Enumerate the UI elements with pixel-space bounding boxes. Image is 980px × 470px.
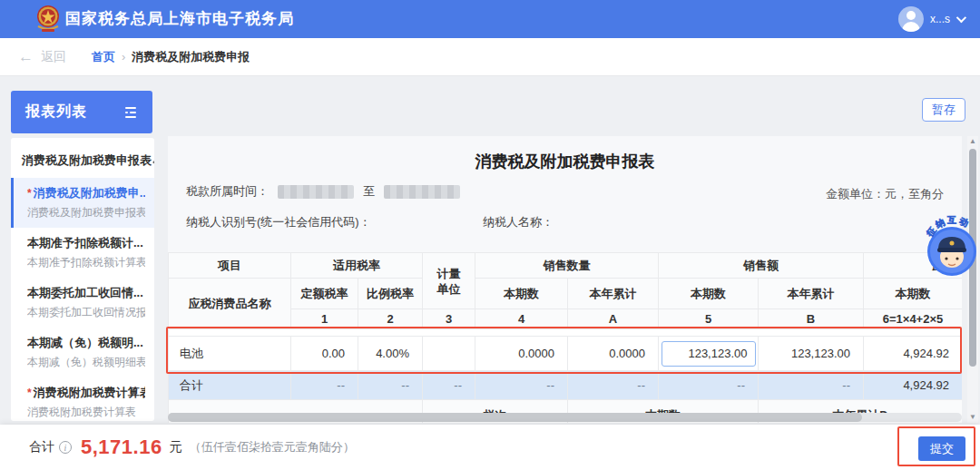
list-collapse-icon[interactable] bbox=[123, 106, 138, 119]
colnum-5: 5 bbox=[659, 309, 759, 329]
col-ratio-rate: 比例税率 bbox=[358, 279, 423, 309]
qty-current-cell: 0.0000 bbox=[475, 337, 568, 371]
declaration-table: 项目 适用税率 计量单位 销售数量 销售额 应纳 应税消费品名称 定额税率 比例… bbox=[168, 252, 962, 423]
col-amt-year: 本年累计 bbox=[759, 279, 864, 309]
breadcrumb-bar: ← 返回 首页 › 消费税及附加税费申报 bbox=[0, 38, 980, 76]
table-row-battery: 电池 0.00 4.00% 0.0000 0.0000 123,123.00 4… bbox=[169, 337, 963, 371]
sidebar-item-entrusted-processing[interactable]: 本期委托加工收回情... 本期委托加工收回情况报告书 bbox=[11, 278, 154, 328]
vertical-scrollbar[interactable]: ▲ ▼ bbox=[967, 136, 978, 423]
temp-save-button[interactable]: 暂存 bbox=[922, 98, 965, 122]
sidebar-item-tax-reduction[interactable]: 本期减（免）税额明... 本期减（免）税额明细表 bbox=[11, 328, 154, 377]
sidebar-item-label: 消费税及附加税费申... bbox=[34, 186, 145, 200]
chevron-down-icon[interactable] bbox=[956, 13, 966, 23]
col-unit: 计量单位 bbox=[423, 253, 475, 309]
caret-up-icon bbox=[152, 157, 154, 166]
colnum-3: 3 bbox=[423, 309, 475, 329]
sidebar-item-main-declaration[interactable]: *消费税及附加税费申... 消费税及附加税费申报表 bbox=[11, 178, 154, 228]
tax-period-label: 税款所属时间： bbox=[186, 183, 269, 200]
unit-cell bbox=[423, 337, 475, 371]
tax-period-to: 至 bbox=[363, 183, 375, 200]
col-qty-current: 本期数 bbox=[475, 279, 568, 309]
form-title: 消费税及附加税费申报表 bbox=[168, 151, 962, 172]
col-tax-current: 本期数 bbox=[864, 279, 963, 309]
sidebar-item-label: 本期委托加工收回情... bbox=[27, 286, 143, 299]
amount-unit-note: 金额单位：元，至角分 bbox=[826, 186, 944, 202]
user-avatar[interactable] bbox=[898, 6, 924, 32]
sidebar-item-sub: 消费税及附加税费申报表 bbox=[27, 205, 145, 220]
col-qty-year: 本年累计 bbox=[568, 279, 659, 309]
amt-year-cell: 123,123.00 bbox=[759, 337, 864, 371]
user-name: x...s bbox=[930, 13, 950, 25]
sales-amount-input[interactable] bbox=[662, 341, 756, 367]
breadcrumb-separator: › bbox=[122, 50, 125, 64]
report-list-title: 报表列表 bbox=[25, 103, 87, 122]
table-row-total: 合计 -- -- -- -- -- -- -- 4,924.92 bbox=[169, 371, 963, 400]
sidebar-item-sub: 本期委托加工收回情况报告书 bbox=[27, 305, 145, 320]
national-emblem-icon bbox=[34, 5, 62, 34]
ratio-rate-cell: 4.00% bbox=[358, 337, 423, 371]
sidebar-item-label: 本期准予扣除税额计... bbox=[27, 236, 143, 250]
col-item: 项目 bbox=[169, 253, 291, 279]
horizontal-scroll-thumb[interactable] bbox=[168, 413, 862, 422]
footer-total-label: 合计 bbox=[29, 439, 54, 455]
sidebar-item-label: 消费税附加税费计算表 bbox=[34, 386, 145, 399]
col-tax-payable: 应纳 bbox=[864, 253, 963, 279]
sidebar-item-label: 本期减（免）税额明... bbox=[27, 336, 143, 349]
col-fixed-rate: 定额税率 bbox=[291, 279, 358, 309]
footer-amount-in-words: （伍仟壹佰柒拾壹元壹角陆分） bbox=[190, 439, 355, 455]
colnum-2: 2 bbox=[358, 309, 423, 329]
person-icon bbox=[906, 11, 916, 20]
breadcrumb-home[interactable]: 首页 bbox=[92, 49, 115, 65]
tax-current-cell: 4,924.92 bbox=[864, 337, 963, 371]
footer-unit: 元 bbox=[170, 439, 182, 455]
goods-name-cell: 电池 bbox=[169, 337, 291, 371]
col-sales-amount: 销售额 bbox=[659, 253, 864, 279]
spacer-row bbox=[169, 329, 963, 337]
colnum-4: 4 bbox=[475, 309, 568, 329]
taxpayer-id-label: 纳税人识别号(统一社会信用代码)： bbox=[186, 214, 371, 230]
app-title: 国家税务总局上海市电子税务局 bbox=[65, 0, 294, 38]
back-arrow-icon[interactable]: ← bbox=[18, 48, 34, 66]
colnum-1: 1 bbox=[291, 309, 358, 329]
colnum-B: B bbox=[759, 309, 864, 329]
required-asterisk: * bbox=[27, 187, 32, 200]
sidebar-item-deduction-calc[interactable]: 本期准予扣除税额计... 本期准予扣除税额计算表 bbox=[11, 228, 154, 278]
sidebar-item-sub: 本期准予扣除税额计算表 bbox=[27, 255, 145, 270]
col-sales-qty: 销售数量 bbox=[475, 253, 659, 279]
report-group-label: 消费税及附加税费申报表 bbox=[22, 152, 152, 169]
sidebar-item-sub: 消费税附加税费计算表 bbox=[27, 405, 145, 420]
required-asterisk: * bbox=[27, 387, 32, 399]
back-button[interactable]: 返回 bbox=[41, 49, 66, 65]
col-applicable-rate: 适用税率 bbox=[291, 253, 423, 279]
col-taxable-goods-name: 应税消费品名称 bbox=[169, 279, 291, 329]
horizontal-scrollbar[interactable] bbox=[168, 413, 962, 422]
report-list-panel: 消费税及附加税费申报表 *消费税及附加税费申... 消费税及附加税费申报表 本期… bbox=[11, 138, 154, 421]
tax-period-start-redacted bbox=[278, 185, 354, 199]
sidebar-item-surcharge-calc[interactable]: *消费税附加税费计算表 消费税附加税费计算表 bbox=[11, 377, 154, 421]
tax-period-row: 税款所属时间： 至 bbox=[186, 183, 460, 200]
report-group-header[interactable]: 消费税及附加税费申报表 bbox=[11, 138, 154, 178]
scroll-down-icon[interactable]: ▼ bbox=[967, 412, 978, 423]
qty-year-cell: 0.0000 bbox=[568, 337, 659, 371]
colnum-6: 6=1×4+2×5 bbox=[864, 309, 963, 329]
vertical-scroll-thumb[interactable] bbox=[969, 149, 976, 367]
top-header-bar: 国家税务总局上海市电子税务局 x...s bbox=[0, 0, 980, 38]
submit-button[interactable]: 提交 bbox=[918, 436, 965, 461]
declaration-form-panel: 消费税及附加税费申报表 税款所属时间： 至 金额单位：元，至角分 纳税人识别号(… bbox=[168, 136, 962, 423]
user-menu[interactable]: x...s bbox=[898, 0, 964, 38]
report-list-header: 报表列表 bbox=[11, 91, 152, 133]
tax-period-end-redacted bbox=[384, 185, 460, 199]
app-root: 国家税务总局上海市电子税务局 x...s ← 返回 首页 › 消费税及附加税费申… bbox=[0, 0, 980, 470]
sidebar-item-sub: 本期减（免）税额明细表 bbox=[27, 355, 145, 370]
taxpayer-name-label: 纳税人名称： bbox=[483, 214, 554, 230]
info-icon[interactable]: i bbox=[59, 441, 72, 454]
scroll-up-icon[interactable]: ▲ bbox=[967, 136, 978, 147]
breadcrumb-current: 消费税及附加税费申报 bbox=[132, 49, 250, 65]
footer-total-amount: 5,171.16 bbox=[81, 436, 162, 459]
footer-bar: 合计 i 5,171.16 元 （伍仟壹佰柒拾壹元壹角陆分） bbox=[0, 425, 980, 470]
colnum-A: A bbox=[568, 309, 659, 329]
total-label-cell: 合计 bbox=[169, 371, 291, 400]
fixed-rate-cell: 0.00 bbox=[291, 337, 358, 371]
total-tax-cell: 4,924.92 bbox=[864, 371, 963, 400]
col-tax-payable-label: 应纳 bbox=[932, 258, 956, 274]
